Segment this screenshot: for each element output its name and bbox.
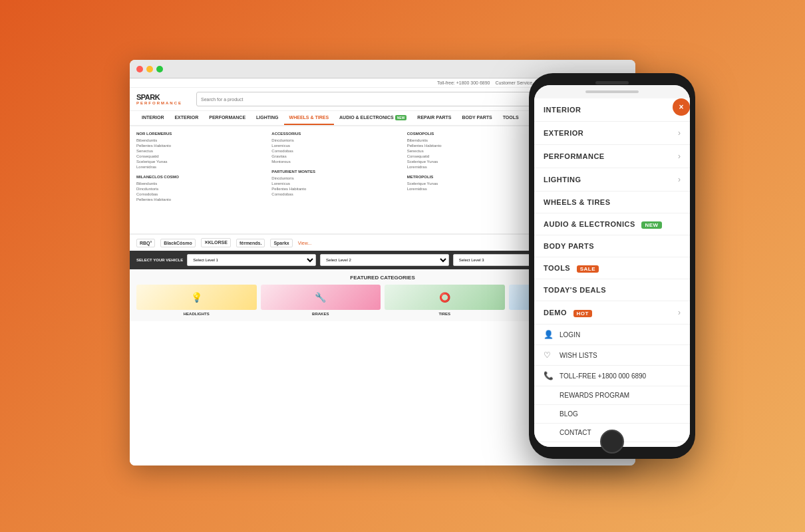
featured-brakes[interactable]: 🔧 BRAKES xyxy=(261,285,381,316)
mega-item[interactable]: Consequatid xyxy=(407,154,536,158)
mega-item[interactable]: Consequatid xyxy=(136,154,265,158)
mobile-nav-demo[interactable]: DEMO Hot › xyxy=(534,301,690,325)
mobile-nav-performance-label: PERFORMANCE xyxy=(544,152,605,160)
mobile-nav-wheels[interactable]: WHEELS & TIRES xyxy=(534,192,690,213)
mega-item[interactable]: Comodobas xyxy=(271,149,400,153)
brand-klorse[interactable]: ✕KLORSE xyxy=(201,238,231,247)
mobile-rewards-label: REWARDS PROGRAM xyxy=(560,392,629,399)
sale-badge: Sale xyxy=(577,265,599,273)
mobile-nav-tools-label: TOOLS Sale xyxy=(544,264,599,272)
phone-wrapper: × INTERIOR › EXTERIOR › PERFORMANCE › xyxy=(529,73,695,459)
mega-item[interactable]: Loremidras xyxy=(407,187,536,191)
brand-rbq[interactable]: RBQ° xyxy=(136,239,155,247)
mobile-nav-performance[interactable]: PERFORMANCE › xyxy=(534,145,690,168)
mobile-nav-audio[interactable]: AUDIO & ELECTRONICS New xyxy=(534,213,690,235)
featured-tires[interactable]: ⭕ TIRES xyxy=(385,285,505,316)
mega-item[interactable]: Pellentes Habitanto xyxy=(136,198,265,201)
nav-body[interactable]: BODY PARTS xyxy=(456,111,497,125)
mega-item[interactable]: Loremidras xyxy=(136,165,265,169)
mobile-nav-lighting[interactable]: LIGHTING › xyxy=(534,168,690,192)
mega-item[interactable]: Pellentes Habitanto xyxy=(407,144,536,148)
mega-item[interactable]: Scelerique Yunas xyxy=(407,160,536,164)
logo-line2: PERFORMANCE xyxy=(136,101,190,105)
mobile-menu-close[interactable]: × xyxy=(673,98,690,116)
status-bar-indicator xyxy=(585,90,639,93)
mega-item[interactable]: Senectus xyxy=(136,149,265,153)
mega-item[interactable]: Comodobas xyxy=(271,192,400,196)
mobile-nav-interior[interactable]: INTERIOR › xyxy=(534,98,690,122)
mobile-blog[interactable]: BLOG xyxy=(534,405,690,424)
mega-item[interactable]: Pellentes Habitanto xyxy=(136,144,265,148)
mega-item[interactable]: Loremidras xyxy=(407,165,536,169)
mobile-nav-body[interactable]: BODY PARTS xyxy=(534,235,690,257)
mega-item[interactable]: Montorous xyxy=(271,160,400,164)
mega-col1-title2: MILANECLOS COSMO xyxy=(136,175,265,179)
brakes-img: 🔧 xyxy=(261,285,381,310)
mobile-nav-exterior[interactable]: EXTERIOR › xyxy=(534,122,690,145)
browser-dot-green[interactable] xyxy=(156,66,163,72)
mobile-wish-lists[interactable]: ♡ WISH LISTS xyxy=(534,345,690,366)
brand-spark[interactable]: Sparkx xyxy=(270,239,292,247)
mega-item[interactable]: Comodobas xyxy=(136,192,265,196)
mobile-status-bar xyxy=(534,85,690,98)
mobile-nav-body-label: BODY PARTS xyxy=(544,242,594,250)
mega-col1-title: NOR LOREMERUS xyxy=(136,132,265,136)
headlights-img: 💡 xyxy=(136,285,257,310)
mobile-nav-lighting-label: LIGHTING xyxy=(544,176,581,184)
mega-item[interactable]: Dincduntoris xyxy=(271,138,400,142)
browser-dot-red[interactable] xyxy=(136,66,143,72)
mobile-login[interactable]: 👤 LOGIN xyxy=(534,325,690,345)
mobile-blog-label: BLOG xyxy=(560,410,578,418)
vehicle-selector-label: SELECT YOUR VEHICLE xyxy=(136,258,183,262)
chevron-right-icon: › xyxy=(678,128,681,138)
mega-item[interactable]: Bibenduntis xyxy=(407,138,536,142)
mega-item[interactable]: Scelerique Yunas xyxy=(407,182,536,186)
nav-lighting[interactable]: LIGHTING xyxy=(251,111,283,125)
phone-home-button[interactable] xyxy=(600,430,624,454)
mobile-contact-label: CONTACT xyxy=(560,429,591,436)
mobile-nav-deals[interactable]: TODAY'S DEALS xyxy=(534,279,690,301)
mobile-nav-wheels-label: WHEELS & TIRES xyxy=(544,198,611,206)
mega-item[interactable]: Dincduntoris xyxy=(136,187,265,191)
nav-audio[interactable]: AUDIO & ELECTRONICS New xyxy=(334,111,412,125)
mobile-nav-tools[interactable]: TOOLS Sale xyxy=(534,257,690,279)
nav-performance[interactable]: PERFORMANCE xyxy=(204,111,251,125)
vehicle-select-level2[interactable]: Select Level 2 xyxy=(320,254,449,266)
mega-item[interactable]: Senectus xyxy=(407,149,536,153)
mega-item[interactable]: Bibenduntis xyxy=(136,182,265,186)
mobile-nav-interior-label: INTERIOR xyxy=(544,106,581,114)
nav-wheels-tires[interactable]: WHEELS & TIRES xyxy=(284,111,335,125)
mobile-rewards[interactable]: REWARDS PROGRAM xyxy=(534,386,690,405)
brand-view-all[interactable]: View... xyxy=(298,241,312,245)
mega-item[interactable]: Gravitas xyxy=(271,154,400,158)
nav-interior[interactable]: INTERIOR xyxy=(136,111,169,125)
mega-col2-title: ACCESSORIUS xyxy=(271,132,400,136)
featured-headlights[interactable]: 💡 HEADLIGHTS xyxy=(136,285,257,316)
mobile-nav-deals-label: TODAY'S DEALS xyxy=(544,286,606,294)
mega-item[interactable]: Loremicus xyxy=(271,144,400,148)
browser-dot-yellow[interactable] xyxy=(146,66,153,72)
nav-repair[interactable]: REPAIR PARTS xyxy=(412,111,456,125)
heart-icon: ♡ xyxy=(544,350,554,360)
vehicle-select-level1[interactable]: Select Level 1 xyxy=(187,254,316,266)
topbar-link-cs[interactable]: Customer Service xyxy=(496,80,533,85)
mega-col3-title2: METROPOLIS xyxy=(407,175,536,179)
nav-exterior[interactable]: EXTERIOR xyxy=(169,111,204,125)
mega-item[interactable]: Bibenduntis xyxy=(136,138,265,142)
main-scene: Toll-free: +1800 300 6890 Customer Servi… xyxy=(130,60,675,472)
mobile-wish-label: WISH LISTS xyxy=(560,352,597,359)
site-logo: SPARK PERFORMANCE xyxy=(136,94,190,105)
mega-item[interactable]: Loremicus xyxy=(271,182,400,186)
brand-fermends[interactable]: férmends. xyxy=(236,239,265,247)
chevron-right-icon: › xyxy=(678,175,681,184)
brand-blackcosmo[interactable]: BlackCósmo xyxy=(160,239,195,247)
mobile-phone[interactable]: 📞 TOLL-FREE +1800 000 6890 xyxy=(534,366,690,386)
mega-item[interactable]: Scelerique Yunas xyxy=(136,160,265,164)
mega-item[interactable]: Pellentes Habitanto xyxy=(271,187,400,191)
mega-item[interactable]: Dincduntoris xyxy=(271,176,400,180)
brakes-label: BRAKES xyxy=(261,312,381,316)
nav-tools[interactable]: TOOLS xyxy=(498,111,524,125)
search-input[interactable] xyxy=(197,97,583,102)
mega-col-3: COSMOPOLIS Bibenduntis Pellentes Habitan… xyxy=(407,132,536,228)
phone-icon: 📞 xyxy=(544,371,554,380)
